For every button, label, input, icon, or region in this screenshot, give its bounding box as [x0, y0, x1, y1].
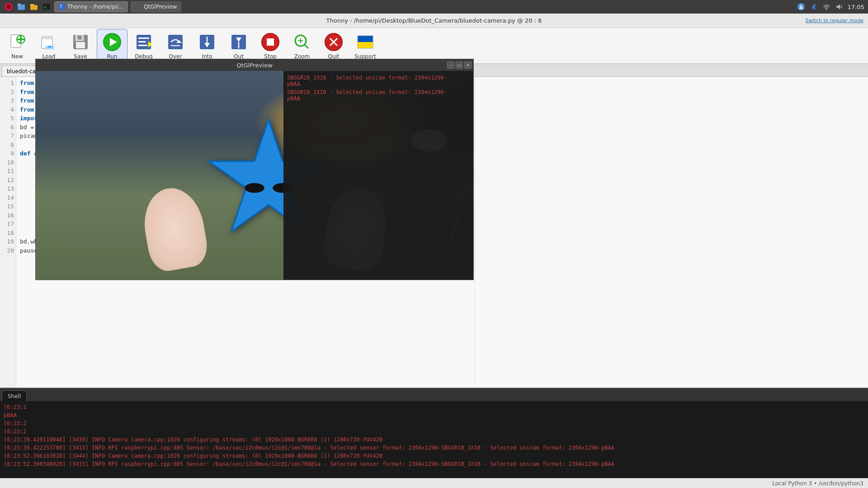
svg-point-18 [17, 35, 25, 43]
out-icon [228, 32, 249, 52]
thonny-taskbar-btn[interactable]: T Thonny - /home/pi/... [54, 1, 128, 12]
qtgl-close-btn[interactable]: ✕ [464, 61, 472, 69]
stop-icon [260, 32, 281, 52]
support-icon [355, 32, 376, 52]
load-button[interactable]: Load [33, 29, 64, 62]
svg-text:T: T [60, 5, 62, 9]
thonny-taskbar-label: Thonny - /home/pi/... [67, 4, 124, 10]
shell-line: [6:23:39.422253700] [3415] INFO RPI rasp… [4, 444, 864, 452]
save-icon [70, 32, 91, 52]
status-bar: Local Python 3 • /usr/bin/python3 [0, 478, 868, 488]
shell-content[interactable]: [6:23:1 pBAA [6:23:2 [6:23:2 [6:23:39.42… [0, 401, 868, 478]
quit-icon [323, 32, 344, 52]
svg-rect-25 [78, 36, 81, 39]
over-button[interactable]: Over [160, 29, 191, 62]
wifi-icon [822, 3, 830, 11]
svg-rect-30 [138, 41, 146, 42]
qtgl-window-controls: ⋯ ▭ ✕ [447, 61, 472, 69]
shell-tab-bar: Shell [0, 389, 868, 401]
volume-icon [835, 3, 843, 11]
right-term-line: SBGGR10_1X10 - Selected unicam format: 2… [287, 89, 470, 95]
switch-mode-link[interactable]: Switch to regular mode [806, 18, 863, 23]
debug-button[interactable]: Debug [128, 29, 159, 62]
shell-line: [6:23:1 [4, 403, 864, 411]
right-term-line: pBAA [287, 81, 470, 87]
svg-rect-10 [135, 4, 142, 10]
into-icon [197, 32, 217, 52]
svg-rect-29 [138, 38, 149, 39]
qtgl-maximize-btn[interactable]: ▭ [456, 61, 463, 69]
svg-rect-31 [138, 45, 147, 46]
run-button[interactable]: Run [97, 29, 127, 62]
window-title: Thonny - /home/pi/Desktop/BlueDot_Camera… [326, 17, 542, 24]
svg-point-1 [6, 5, 11, 9]
new-button[interactable]: New [2, 29, 33, 62]
shell-line: pBAA [4, 411, 864, 419]
folder-icon[interactable] [29, 2, 39, 12]
shell-line: [6:23:2 [4, 419, 864, 427]
into-button[interactable]: Into [192, 29, 222, 62]
svg-text:>_: >_ [44, 5, 49, 9]
download-icon [797, 3, 805, 11]
python-status: Local Python 3 • /usr/bin/python3 [772, 480, 863, 487]
shell-line: [6:23:52.396183028] [3444] INFO Camera c… [4, 452, 864, 460]
clock: 17:05 [848, 4, 864, 10]
svg-point-55 [245, 183, 264, 193]
qtgl-title: QtGlPreview [236, 62, 273, 69]
qtgl-taskbar-label: QtGlPreview [144, 4, 177, 10]
shell-line: [6:23:2 [4, 427, 864, 436]
svg-rect-43 [267, 38, 274, 46]
load-icon [38, 32, 59, 52]
new-label: New [11, 53, 23, 60]
over-icon [165, 32, 186, 52]
svg-rect-52 [358, 42, 373, 48]
shell-tab-label: Shell [8, 393, 21, 399]
support-button[interactable]: Support [350, 29, 381, 62]
right-term-line: pBAA [287, 95, 470, 102]
svg-point-13 [826, 9, 827, 10]
svg-rect-3 [18, 4, 21, 5]
right-terminal-overlay: SBGGR10_1X10 - Selected unicam format: 2… [283, 71, 473, 280]
shell-line: [6:23:39.420110048] [3439] INFO Camera c… [4, 436, 864, 444]
qtgl-preview-window: QtGlPreview ⋯ ▭ ✕ SBGGR10_1X10 - Selecte… [35, 59, 474, 280]
svg-line-45 [304, 44, 308, 48]
svg-rect-24 [76, 42, 85, 48]
title-bar: Thonny - /home/pi/Desktop/BlueDot_Camera… [0, 14, 868, 28]
terminal-icon[interactable]: >_ [42, 2, 52, 12]
qtgl-titlebar: QtGlPreview ⋯ ▭ ✕ [36, 59, 473, 71]
new-icon [7, 32, 28, 52]
zoom-icon [292, 32, 312, 52]
save-button[interactable]: Save [65, 29, 96, 62]
raspberry-pi-icon[interactable] [4, 2, 14, 12]
stop-button[interactable]: Stop [255, 29, 286, 62]
right-term-line: SBGGR10_1X10 - Selected unicam format: 2… [287, 75, 470, 81]
right-panel [475, 77, 868, 388]
qtgl-minimize-btn[interactable]: ⋯ [447, 61, 454, 69]
svg-rect-51 [358, 36, 373, 42]
run-icon [102, 32, 123, 52]
debug-icon [133, 32, 154, 52]
svg-rect-20 [42, 37, 52, 39]
bluetooth-icon [810, 3, 818, 11]
qtgl-taskbar-btn[interactable]: QtGlPreview [131, 1, 181, 12]
shell-line: [6:23:52.398348920] [3415] INFO RPI rasp… [4, 460, 864, 468]
shell-area: Shell [6:23:1 pBAA [6:23:2 [6:23:2 [6:23… [0, 388, 868, 478]
taskbar-right: 17:05 [797, 3, 864, 11]
camera-preview: SBGGR10_1X10 - Selected unicam format: 2… [36, 71, 473, 280]
line-numbers: 1234 5678 9101112 13141516 17181920 [0, 77, 16, 388]
svg-rect-5 [30, 4, 34, 6]
zoom-button[interactable]: Zoom [287, 29, 317, 62]
shell-tab[interactable]: Shell [2, 390, 27, 401]
quit-button[interactable]: Quit [318, 29, 349, 62]
out-button[interactable]: Out [223, 29, 254, 62]
file-manager-icon[interactable] [16, 2, 26, 12]
taskbar: >_ T Thonny - /home/pi/... QtGlPreview [0, 0, 868, 14]
